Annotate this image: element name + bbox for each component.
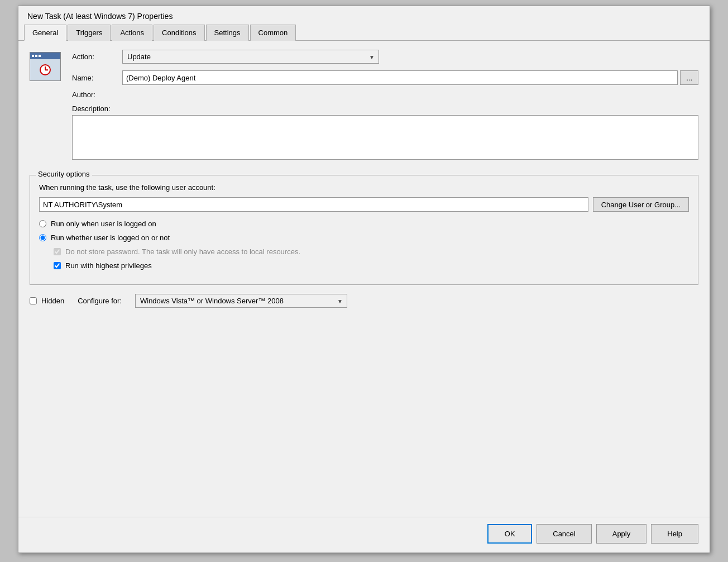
top-fields: Action: Update ▼ Name: ... Au <box>72 50 698 167</box>
user-account-row: Change User or Group... <box>39 197 689 212</box>
clock-minute-hand <box>45 69 48 70</box>
no-password-row: Do not store password. The task will onl… <box>39 247 689 256</box>
author-label: Author: <box>72 91 122 99</box>
no-password-checkbox[interactable] <box>54 248 61 255</box>
description-section: Description: <box>72 104 698 161</box>
user-account-input[interactable] <box>39 197 588 212</box>
security-legend: Security options <box>36 170 92 178</box>
author-row: Author: <box>72 91 698 99</box>
name-row: Name: ... <box>72 70 698 85</box>
button-bar: OK Cancel Apply Help <box>18 517 710 553</box>
radio-not-logged-on-label[interactable]: Run whether user is logged on or not <box>51 234 170 242</box>
run-highest-row: Run with highest privileges <box>39 261 689 270</box>
no-password-label: Do not store password. The task will onl… <box>65 247 300 256</box>
security-user-desc: When running the task, use the following… <box>39 183 689 192</box>
configure-dropdown-wrapper: Windows Vista™ or Windows Server™ 2008 ▼ <box>135 294 347 308</box>
action-row: Action: Update ▼ <box>72 50 698 64</box>
configure-dropdown[interactable]: Windows Vista™ or Windows Server™ 2008 <box>135 294 347 308</box>
bottom-section: Hidden Configure for: Windows Vista™ or … <box>30 294 698 308</box>
tab-conditions[interactable]: Conditions <box>154 25 204 41</box>
radio-logged-on-row: Run only when user is logged on <box>39 220 689 228</box>
icon-dot1 <box>32 55 34 57</box>
icon-dot3 <box>39 55 41 57</box>
configure-label: Configure for: <box>78 297 122 305</box>
task-icon <box>30 52 61 81</box>
help-button[interactable]: Help <box>651 524 698 544</box>
dialog-title: New Task (At least Windows 7) Properties <box>18 6 710 24</box>
security-group: Security options When running the task, … <box>30 175 698 285</box>
hidden-label[interactable]: Hidden <box>41 297 64 305</box>
task-icon-bar <box>30 53 60 59</box>
task-icon-area <box>30 52 61 81</box>
radio-logged-on-label[interactable]: Run only when user is logged on <box>51 220 156 228</box>
radio-logged-on[interactable] <box>39 220 46 227</box>
radio-not-logged-on[interactable] <box>39 234 46 241</box>
ok-button[interactable]: OK <box>487 524 532 544</box>
clock-icon <box>40 64 51 75</box>
tab-actions[interactable]: Actions <box>112 25 152 41</box>
tab-bar: General Triggers Actions Conditions Sett… <box>18 24 710 41</box>
radio-not-logged-on-row: Run whether user is logged on or not <box>39 234 689 242</box>
hidden-row: Hidden <box>30 297 64 305</box>
tab-general[interactable]: General <box>24 25 66 41</box>
icon-dot2 <box>35 55 37 57</box>
cancel-button[interactable]: Cancel <box>537 524 591 544</box>
dialog: New Task (At least Windows 7) Properties… <box>18 6 710 553</box>
browse-button[interactable]: ... <box>680 70 698 85</box>
action-dropdown-wrapper: Update ▼ <box>122 50 379 64</box>
top-area: Action: Update ▼ Name: ... Au <box>30 50 698 167</box>
tab-triggers[interactable]: Triggers <box>68 25 111 41</box>
change-user-button[interactable]: Change User or Group... <box>593 197 689 212</box>
content-area: Action: Update ▼ Name: ... Au <box>18 41 710 517</box>
run-highest-label[interactable]: Run with highest privileges <box>65 261 152 270</box>
hidden-checkbox[interactable] <box>30 297 37 304</box>
task-icon-body <box>30 59 60 80</box>
name-label: Name: <box>72 74 122 82</box>
action-label: Action: <box>72 53 122 61</box>
action-dropdown[interactable]: Update <box>122 50 379 64</box>
tab-settings[interactable]: Settings <box>206 25 249 41</box>
description-textarea[interactable] <box>72 115 698 160</box>
run-highest-checkbox[interactable] <box>54 262 61 269</box>
apply-button[interactable]: Apply <box>596 524 647 544</box>
name-input[interactable] <box>122 70 678 85</box>
description-label: Description: <box>72 104 698 113</box>
tab-common[interactable]: Common <box>250 25 296 41</box>
